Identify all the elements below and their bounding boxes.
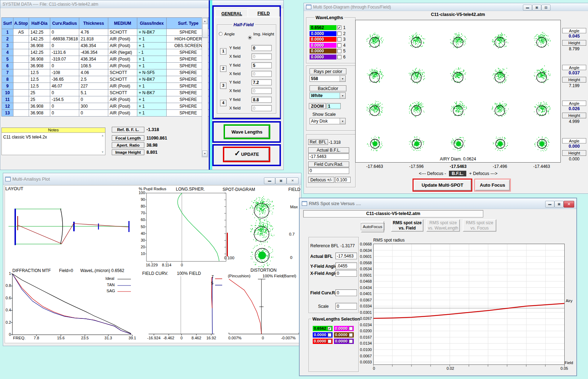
x-field-input[interactable]: 0	[252, 105, 272, 111]
surface-row[interactable]: 2142.25-66938.7361821.818AIR (Posit)+ 1H…	[2, 36, 210, 43]
scroll-up-icon[interactable]: ▲	[202, 18, 207, 24]
wl-selection-checkbox[interactable]	[328, 339, 332, 343]
update-multispot-button[interactable]: Update Multi-SPOT	[414, 180, 471, 191]
defocus-button[interactable]: Defocus +/-	[308, 177, 334, 183]
wavelength-checkbox[interactable]	[337, 49, 341, 53]
y-field-input[interactable]: 7.2	[252, 79, 272, 85]
column-header[interactable]: A.Stop	[13, 18, 29, 29]
backcolor-select[interactable]: White▼	[310, 92, 346, 99]
mtf-wavelength-label: WaveL.(micron) 0.6562	[80, 268, 124, 273]
wave-lengths-button[interactable]: Wave Lengths	[225, 126, 269, 138]
rms-autofocus-label: AutoFocus	[361, 223, 385, 230]
column-header[interactable]: Glass/Index	[137, 18, 167, 29]
maximize-button[interactable]: ▣	[554, 201, 564, 208]
close-button[interactable]: ✕	[564, 201, 574, 208]
window-icon	[306, 5, 311, 9]
rms-vs-focus-button[interactable]: RMS spot sizevs. Focus	[463, 219, 496, 232]
scrollbar-thumb[interactable]	[202, 24, 208, 38]
surface-row[interactable]: 102505.1SCHOTT+ N-BK7SPHERE	[2, 90, 210, 96]
column-header[interactable]: Half-Dia	[29, 18, 50, 29]
column-header[interactable]: MEDIUM	[108, 18, 137, 29]
y-field-angle-input[interactable]: .0455	[335, 262, 357, 269]
notes-scroll-up-icon[interactable]: ▲	[101, 134, 104, 137]
x-field-input[interactable]: 0	[252, 71, 272, 77]
surface-row[interactable]: 1AS142.2504.76SCHOTT+ N-BK7SPHERE	[2, 29, 210, 36]
actual-bfl-button[interactable]: Actual B.F.L.	[308, 147, 349, 153]
wl-selection-checkbox[interactable]: ✓	[328, 327, 332, 330]
surface-row[interactable]: 1125-154.50AIR (Posit)+ 1SPHERE	[2, 96, 210, 103]
wavelength-checkbox[interactable]: ✓	[337, 26, 341, 30]
angle-value: 0.000	[562, 144, 586, 149]
defocus-input[interactable]: 0.100	[335, 177, 351, 183]
actual-bfl-input[interactable]: -17.5463	[335, 253, 357, 259]
autofocus-button[interactable]: Auto Focus	[475, 180, 510, 191]
surface-row[interactable]: 812.5-36.652.5SCHOTT+ N-BK7SPHERE	[2, 76, 210, 83]
wavelength-checkbox[interactable]	[337, 37, 341, 41]
notes-scroll-down-icon[interactable]: ▼	[101, 151, 104, 154]
dropdown-arrow-icon[interactable]: ▼	[340, 76, 345, 81]
surface-row[interactable]: 1336.90800AIR (Posit)+ 1SPHERE	[2, 110, 210, 117]
wl-selection-checkbox[interactable]	[349, 339, 353, 343]
x-field-input[interactable]: 0	[252, 88, 272, 94]
radio-img-height[interactable]	[248, 36, 252, 40]
radio-angle[interactable]	[219, 32, 223, 36]
surface-row[interactable]: 4142.25-1131.6-436.354AIR (Negat)- 1SPHE…	[2, 49, 210, 56]
y-field-input[interactable]: 8.8	[252, 97, 272, 103]
ref-bfl-button[interactable]: Ref. BFL	[308, 139, 328, 145]
y-field-input[interactable]: 0	[252, 45, 272, 51]
update-button[interactable]: ✓ UPDATE	[224, 148, 269, 161]
close-button[interactable]: ▨	[541, 5, 550, 11]
surface-row[interactable]: 536.908-319.07436.354AIR (Posit)+ 1SPHER…	[2, 56, 210, 63]
surface-row[interactable]: 912.546.07227AIR (Posit)+ 1SPHERE	[2, 83, 210, 90]
maximize-button[interactable]: ▣	[275, 177, 287, 184]
field-curv-input[interactable]: 0	[308, 168, 349, 174]
x-field-input[interactable]: 0	[252, 53, 272, 60]
y-field-label: Y field	[229, 46, 241, 50]
rays-per-color-select[interactable]: 558▼	[310, 75, 346, 82]
column-header[interactable]: Thickness	[79, 18, 108, 29]
actual-bfl-input[interactable]: -17.5463	[308, 153, 349, 160]
wavelength-checkbox[interactable]	[337, 43, 341, 47]
wl-selection-checkbox[interactable]	[328, 333, 332, 337]
wl-selection-checkbox[interactable]	[349, 333, 353, 337]
minimize-button[interactable]: ▬	[264, 177, 275, 184]
close-button[interactable]: ✕	[287, 177, 299, 184]
surface-row[interactable]: 1236.9080300AIR (Posit)+ 1SPHERE	[2, 103, 210, 110]
height-header: Height	[562, 113, 586, 118]
notes-body[interactable]: C11 classic V5 tele4.2x ▲ ▼	[1, 132, 105, 155]
rms-vs-field-button[interactable]: RMS spot sizevs. Field	[391, 219, 423, 232]
surface-row[interactable]: 636.9080108.5AIR (Posit)+ 1SPHERE	[2, 63, 210, 69]
zoom-input[interactable]: 1	[327, 103, 341, 109]
minimize-button[interactable]: ▬	[545, 201, 554, 208]
y-field-input[interactable]: 5	[252, 62, 272, 68]
rms-field-curv-input[interactable]: 0	[335, 289, 357, 296]
minimize-button[interactable]: ▬	[523, 5, 532, 11]
table-scrollbar[interactable]: ▲ ▼	[202, 17, 208, 157]
dropdown-arrow-icon[interactable]: ▼	[340, 93, 345, 98]
wl-selection-checkbox[interactable]	[349, 327, 353, 330]
field-curv-button[interactable]: Field Curv.Rad.	[308, 162, 349, 167]
x-field-angle-input[interactable]: 0	[335, 270, 357, 277]
tab-field[interactable]: FIELD	[247, 8, 280, 18]
scale-input[interactable]: 0	[335, 303, 357, 310]
maximize-button[interactable]: ▣	[532, 5, 541, 11]
defocus-tick-label: -17.6463	[359, 164, 391, 169]
column-header[interactable]: Curv.Radius	[50, 18, 79, 29]
surface-row[interactable]: 336.9080436.354AIR (Posit)+ 1OBS.SCREEN	[2, 43, 210, 49]
show-scale-select[interactable]: Airy Disk▼	[310, 118, 346, 124]
wavelength-checkbox[interactable]	[337, 32, 341, 36]
x-tick-label: 0	[171, 263, 192, 267]
surface-row[interactable]: 712.5-1084.06SCHOTT+ N-SF5SPHERE	[2, 69, 210, 76]
analysis-window-titlebar[interactable]: Multi-Analisys Plot	[3, 173, 301, 185]
rms-vs-wavelength-button[interactable]: RMS spot sizevs. WaveLength	[426, 219, 460, 232]
zoom-button[interactable]: ZOOM	[309, 103, 326, 109]
wavelength-checkbox[interactable]	[337, 55, 341, 59]
airy-diam-label: AIRY Diam. 0.0624	[356, 157, 560, 162]
column-header[interactable]: Surf	[2, 18, 13, 29]
rays-per-color-button[interactable]: Rays per color	[310, 68, 346, 74]
backcolor-button[interactable]: BackColor	[310, 85, 346, 91]
rms-window-titlebar[interactable]: RMS Spot size Versus ....	[300, 198, 576, 209]
rms-autofocus-button[interactable]: AutoFocus	[361, 221, 384, 232]
scroll-down-icon[interactable]: ▼	[202, 151, 207, 157]
dropdown-arrow-icon[interactable]: ▼	[340, 118, 345, 124]
